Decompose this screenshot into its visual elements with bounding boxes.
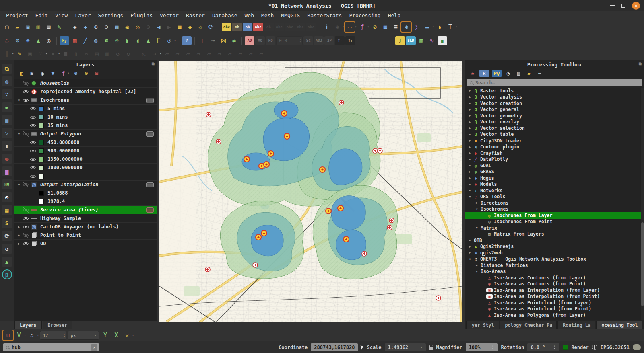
visibility-eye-icon[interactable]	[30, 157, 36, 162]
digitize-tool-3-icon[interactable]: ▱	[183, 49, 193, 59]
layer-row[interactable]: 15 mins	[14, 121, 157, 130]
menu-settings[interactable]: Settings	[95, 11, 127, 20]
expander-icon[interactable]: ▶	[467, 251, 473, 254]
hqgis-route-icon[interactable]: ʃ	[395, 36, 405, 45]
algorithm-row[interactable]: ▼∷QNEAT3 - Qgis Network Analysis Toolbox	[465, 256, 641, 263]
refresh-map-icon[interactable]: ⟳	[206, 22, 216, 32]
label-tool-4-icon[interactable]: abc	[295, 23, 305, 31]
layer-row[interactable]: ▼Output Interpolation	[14, 181, 157, 189]
undock-icon[interactable]: ⧉	[639, 62, 642, 66]
reload-plugin-icon[interactable]: ⟳	[2, 231, 12, 241]
visibility-eye-icon[interactable]	[23, 131, 29, 137]
layer-row[interactable]: 10 mins	[14, 113, 157, 121]
new-bookmark-icon[interactable]: ◆	[185, 22, 195, 32]
filter-legend-icon[interactable]: ▼	[49, 70, 57, 77]
algorithm-row[interactable]: ▶▪CityJSON Loader	[465, 138, 641, 144]
undo-arrow-icon[interactable]: ↺	[164, 36, 174, 45]
digitize-tool-8-icon[interactable]: ▱	[235, 49, 245, 59]
select-features-icon[interactable]: ▭	[345, 22, 355, 32]
quill-plugin-icon[interactable]: ✒	[2, 102, 12, 112]
algorithm-row[interactable]: ▶◖Contour plugin	[465, 144, 641, 150]
menu-mmqgis[interactable]: MMQGIS	[277, 11, 303, 20]
new-print-layout-icon[interactable]: ▥	[33, 22, 43, 32]
crosshair-tool-icon[interactable]: ✛	[198, 36, 207, 45]
rotation-spin[interactable]: 0.0 °▴ ▾	[527, 343, 559, 351]
expander-icon[interactable]: ▶	[467, 145, 473, 149]
zoom-full-extent-icon[interactable]: ▩	[112, 22, 122, 32]
contour-plugin-icon[interactable]: ◖	[133, 36, 142, 45]
algorithm-row[interactable]: ▶▲Qgis2threejs	[465, 244, 641, 250]
advanced-digitizing-icon[interactable]: ◺	[139, 49, 149, 59]
algorithm-row[interactable]: ▶QVector geometry	[465, 113, 641, 119]
snap-intersection-icon[interactable]: X	[111, 330, 121, 340]
algorithm-row[interactable]: ▶╱DataPlotly	[465, 156, 641, 163]
menu-view[interactable]: View	[52, 11, 71, 20]
algorithm-row[interactable]: ▶QVector general	[465, 107, 641, 113]
histogram-plugin-icon[interactable]: ▅	[438, 36, 447, 45]
layer-row[interactable]: 1800.0000000	[14, 164, 157, 172]
visibility-eye-icon[interactable]	[23, 207, 29, 213]
vector-points-icon[interactable]: ∵	[2, 89, 12, 99]
s-plugin-icon[interactable]: S	[2, 218, 12, 228]
layer-row[interactable]: ▶CartoDB Voyager (no labels)	[14, 223, 157, 231]
dock-tab[interactable]: Browser	[43, 321, 72, 329]
menu-processing[interactable]: Processing	[345, 11, 384, 20]
models-menu-icon[interactable]: ✱	[469, 70, 477, 77]
expander-icon[interactable]: ▼	[474, 270, 479, 273]
add-group-icon[interactable]: ⊞	[28, 70, 36, 77]
algorithm-row[interactable]: ▶QVector table	[465, 131, 641, 138]
visibility-eye-icon[interactable]	[30, 174, 36, 179]
expander-icon[interactable]: ▼	[474, 226, 479, 230]
gdrive-plugin-icon[interactable]: ▲	[2, 257, 12, 267]
mesh-layer-icon[interactable]: ▦	[2, 115, 12, 125]
menu-project[interactable]: Project	[2, 11, 32, 20]
node-network-tool-icon[interactable]: ⋈	[219, 36, 228, 45]
visibility-eye-icon[interactable]	[30, 115, 36, 120]
delete-selected-icon[interactable]: ▯	[71, 49, 81, 59]
expander-icon[interactable]: ▼	[474, 207, 479, 211]
layer-row[interactable]: 51.0688	[14, 189, 157, 197]
label-pin-icon[interactable]: ab	[232, 23, 242, 31]
dem-flag-icon[interactable]: ▲	[143, 36, 153, 45]
visibility-eye-icon[interactable]	[23, 241, 29, 246]
algorithm-row[interactable]: ◎Isochrones From Layer	[465, 212, 641, 219]
algorithm-row[interactable]: ▣Iso-Area as Interpolation (from Point)	[465, 293, 641, 300]
algorithm-row[interactable]: ▼Isochrones	[465, 206, 641, 213]
expander-icon[interactable]: ▶	[467, 238, 473, 242]
memory-layer-badge-icon[interactable]	[146, 98, 154, 103]
pan-to-selection-icon[interactable]: ✚	[80, 22, 90, 32]
open-attribute-table-icon[interactable]: ▦	[380, 22, 390, 32]
digitize-vertex-icon[interactable]: ∵	[35, 49, 45, 59]
expander-icon[interactable]: ▶	[467, 164, 473, 167]
dock-tab[interactable]: Routing La	[557, 321, 595, 329]
field-calculator-icon[interactable]: ≣	[391, 22, 400, 32]
map-canvas[interactable]	[159, 61, 462, 322]
algorithm-row[interactable]: △Iso-Area as Contours (from Layer)	[465, 275, 641, 281]
p-circle-plugin-icon[interactable]: p	[2, 269, 12, 279]
tp-button-icon[interactable]: 2P	[324, 36, 334, 45]
database-bucket-icon[interactable]: ▮	[2, 141, 12, 151]
snapping-mode-icon[interactable]: V	[14, 330, 24, 340]
expand-all-icon[interactable]: ⊕	[72, 70, 80, 77]
layer-row[interactable]: 1350.0000000	[14, 155, 157, 164]
label-tool-5-icon[interactable]: abc	[306, 23, 316, 31]
menu-edit[interactable]: Edit	[32, 11, 52, 20]
layer-row[interactable]: 900.0000000	[14, 147, 157, 155]
algorithm-row[interactable]: ▶✱Hqgis	[465, 175, 641, 181]
clear-search-icon[interactable]: ✕	[91, 344, 97, 351]
digitize-tool-5-icon[interactable]: ▱	[204, 49, 214, 59]
visibility-eye-icon[interactable]	[30, 148, 36, 154]
snap-units-select-icon[interactable]: px▾	[68, 331, 99, 340]
copy-features-icon[interactable]: ▤	[92, 49, 102, 59]
crs-button[interactable]: EPSG:32651	[601, 345, 630, 350]
undo-edit-icon[interactable]: ↺	[113, 49, 123, 59]
ad-button-icon[interactable]: AD	[245, 36, 254, 45]
zoom-to-selection-icon[interactable]: ◎	[133, 22, 142, 32]
mmqgis-icon[interactable]: ▦	[70, 36, 80, 45]
expander-icon[interactable]: ▶	[467, 189, 473, 192]
algorithm-row[interactable]: ▶Distance Matrices	[465, 262, 641, 269]
label-tool-3-icon[interactable]: abc	[285, 23, 295, 31]
show-bookmarks-icon[interactable]: ◇	[196, 22, 205, 32]
topological-editing-icon[interactable]: Y	[100, 330, 110, 340]
algorithm-row[interactable]: ⊞Matrix From Layers	[465, 231, 641, 238]
